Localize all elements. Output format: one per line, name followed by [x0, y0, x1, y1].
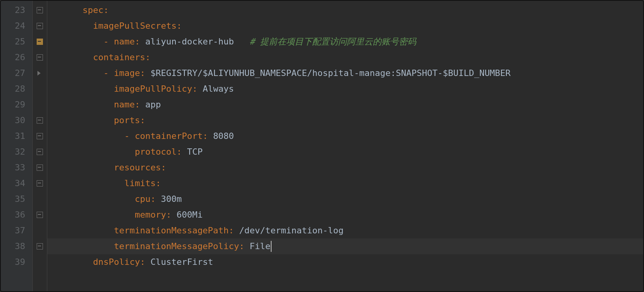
fold-collapse-icon[interactable]: [37, 54, 43, 61]
fold-marker[interactable]: [33, 254, 47, 270]
code-token: 8080: [213, 131, 234, 141]
line-number: 36: [1, 207, 32, 223]
code-token: :: [140, 257, 151, 267]
code-line[interactable]: limits:: [47, 176, 643, 191]
code-token: :: [177, 147, 187, 157]
code-token: containerPort: [135, 131, 203, 141]
line-number: 39: [1, 254, 32, 270]
code-token: -: [103, 37, 114, 46]
code-token: spec: [82, 5, 103, 15]
line-number: 27: [1, 65, 32, 81]
code-line[interactable]: protocol: TCP: [47, 144, 643, 160]
code-line[interactable]: memory: 600Mi: [47, 207, 643, 223]
code-token: [51, 163, 114, 172]
code-line[interactable]: dnsPolicy: ClusterFirst: [47, 254, 643, 270]
fold-collapse-icon[interactable]: [37, 117, 43, 124]
fold-marker[interactable]: [33, 176, 47, 191]
code-token: -: [124, 131, 135, 141]
code-token: name: [114, 100, 135, 109]
code-token: resources: [114, 163, 161, 172]
code-token: [51, 194, 135, 204]
code-line[interactable]: - containerPort: 8080: [47, 128, 643, 144]
fold-marker[interactable]: [33, 128, 47, 144]
code-token: [51, 84, 114, 94]
code-token: :: [239, 241, 250, 251]
code-token: [51, 257, 93, 267]
fold-marker[interactable]: [33, 97, 47, 113]
code-token: [51, 225, 114, 235]
line-number: 35: [1, 191, 32, 207]
fold-marker[interactable]: [33, 113, 47, 128]
code-line[interactable]: containers:: [47, 50, 643, 65]
line-number: 32: [1, 144, 32, 160]
fold-marker[interactable]: [33, 18, 47, 34]
fold-marker[interactable]: [33, 34, 47, 50]
code-line[interactable]: imagePullPolicy: Always: [47, 81, 643, 97]
fold-collapse-icon[interactable]: [37, 212, 43, 218]
code-line[interactable]: terminationMessagePolicy: File: [47, 238, 643, 254]
code-token: $REGISTRY/$ALIYUNHUB_NAMESPACE/hospital-…: [151, 68, 511, 78]
code-token: [51, 100, 114, 109]
code-token: :: [140, 68, 151, 78]
fold-marker[interactable]: [33, 160, 47, 176]
code-token: :: [192, 84, 203, 94]
code-line[interactable]: imagePullSecrets:: [47, 18, 643, 34]
fold-collapse-icon[interactable]: [37, 149, 43, 155]
code-area[interactable]: spec: imagePullSecrets: - name: aliyun-d…: [47, 1, 643, 291]
code-line[interactable]: cpu: 300m: [47, 191, 643, 207]
code-token: :: [151, 194, 161, 204]
fold-marker[interactable]: [33, 2, 47, 18]
fold-marker[interactable]: [33, 191, 47, 207]
code-line[interactable]: - name: aliyun-docker-hub # 提前在项目下配置访问阿里…: [47, 34, 643, 50]
fold-marker[interactable]: [33, 65, 47, 81]
code-token: [51, 210, 135, 220]
code-token: protocol: [135, 147, 177, 157]
line-number: 38: [1, 238, 32, 254]
code-token: [51, 178, 124, 188]
code-token: TCP: [187, 147, 203, 157]
code-line[interactable]: spec:: [47, 2, 643, 18]
code-line[interactable]: ports:: [47, 113, 643, 128]
code-line[interactable]: - image: $REGISTRY/$ALIYUNHUB_NAMESPACE/…: [47, 65, 643, 81]
fold-arrow-icon[interactable]: [37, 71, 41, 76]
code-editor[interactable]: 2324252627282930313233343536373839 spec:…: [0, 0, 644, 292]
fold-collapse-icon[interactable]: [37, 243, 43, 249]
fold-collapse-icon[interactable]: [37, 133, 43, 139]
code-line[interactable]: name: app: [47, 97, 643, 113]
code-line[interactable]: terminationMessagePath: /dev/termination…: [47, 223, 643, 238]
fold-marker[interactable]: [33, 50, 47, 65]
line-number: 28: [1, 81, 32, 97]
line-number: 34: [1, 176, 32, 191]
code-token: ports: [114, 115, 140, 125]
code-token: [51, 52, 93, 62]
code-token: :: [229, 225, 239, 235]
fold-marker[interactable]: [33, 238, 47, 254]
text-caret: [271, 241, 272, 252]
code-token: terminationMessagePath: [114, 225, 229, 235]
fold-collapse-icon[interactable]: [37, 7, 43, 13]
fold-marker[interactable]: [33, 223, 47, 238]
code-token: File: [249, 241, 270, 251]
code-token: Always: [203, 84, 234, 94]
fold-collapse-icon[interactable]: [37, 180, 43, 187]
line-number: 31: [1, 128, 32, 144]
line-number: 37: [1, 223, 32, 238]
line-number: 33: [1, 160, 32, 176]
code-token: [51, 115, 114, 125]
fold-gutter[interactable]: [33, 1, 47, 291]
fold-marker[interactable]: [33, 144, 47, 160]
code-token: limits: [124, 178, 155, 188]
code-token: image: [114, 68, 140, 78]
fold-collapse-icon[interactable]: [37, 23, 43, 29]
code-token: 300m: [161, 194, 182, 204]
code-token: :: [140, 115, 145, 125]
line-number: 29: [1, 97, 32, 113]
fold-marker[interactable]: [33, 207, 47, 223]
code-line[interactable]: resources:: [47, 160, 643, 176]
fold-marker[interactable]: [33, 81, 47, 97]
fold-collapse-icon[interactable]: [37, 164, 43, 171]
code-token: imagePullSecrets: [93, 21, 177, 31]
code-token: :: [203, 131, 213, 141]
fold-highlight-icon[interactable]: [37, 39, 43, 45]
code-token: 600Mi: [177, 210, 203, 220]
